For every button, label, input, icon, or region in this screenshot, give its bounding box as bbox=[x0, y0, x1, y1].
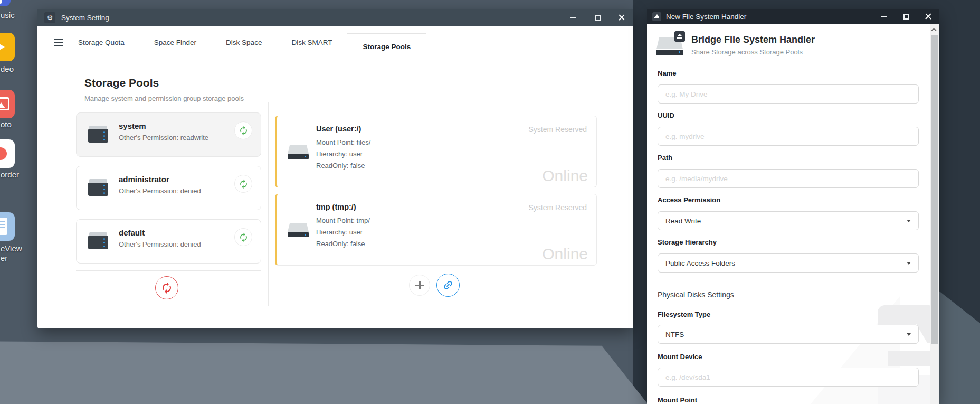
access-permission-select[interactable]: Read Write bbox=[658, 211, 919, 230]
path-input[interactable] bbox=[658, 169, 919, 188]
handler-header-title: Bridge File System Handler bbox=[691, 34, 815, 45]
recorder-app-icon[interactable] bbox=[0, 139, 15, 168]
pool-card-default[interactable]: default Other's Permission: denied bbox=[76, 219, 261, 264]
dock-label-recorder[interactable]: order bbox=[1, 170, 19, 179]
server-icon bbox=[88, 126, 108, 143]
tab-space-finder[interactable]: Space Finder bbox=[139, 39, 211, 46]
watermark-bar bbox=[888, 351, 936, 366]
tab-disk-space[interactable]: Disk Space bbox=[211, 39, 277, 46]
sync-pool-button[interactable] bbox=[234, 175, 252, 193]
handler-readonly: ReadOnly: false bbox=[316, 240, 365, 248]
add-handler-button[interactable] bbox=[409, 275, 430, 296]
refresh-pools-button[interactable] bbox=[155, 276, 178, 299]
handler-card-tmp[interactable]: tmp (tmp:/) System Reserved Mount Point:… bbox=[275, 194, 597, 266]
panel-divider bbox=[268, 102, 269, 306]
pool-name: administrator bbox=[119, 175, 169, 184]
chevron-down-icon bbox=[907, 220, 911, 222]
link-icon bbox=[442, 279, 454, 291]
refresh-icon bbox=[160, 281, 173, 294]
handler-titlebar[interactable]: New File System Handler bbox=[647, 9, 939, 24]
fileviewer-app-icon[interactable] bbox=[0, 212, 15, 241]
scroll-up-icon[interactable] bbox=[932, 27, 936, 32]
drive-icon bbox=[288, 223, 309, 237]
maximize-button[interactable] bbox=[902, 12, 910, 21]
maximize-button[interactable] bbox=[593, 13, 602, 22]
scrollbar-thumb[interactable] bbox=[931, 35, 938, 344]
server-icon bbox=[88, 232, 108, 250]
access-permission-value: Read Write bbox=[665, 217, 701, 225]
handler-header-subtitle: Share Storage across Storage Pools bbox=[691, 48, 803, 56]
storage-hierarchy-select[interactable]: Public Access Folders bbox=[658, 253, 919, 273]
link-handler-button[interactable] bbox=[436, 274, 460, 297]
gear-icon: ⚙ bbox=[44, 12, 55, 23]
dock-label-music[interactable]: usic bbox=[1, 11, 15, 20]
handler-title: User (user:/) bbox=[316, 125, 361, 133]
form-divider bbox=[658, 281, 919, 281]
tab-storage-quota[interactable]: Storage Quota bbox=[63, 39, 139, 46]
desktop: usic deo oto order eView er ⚙ System Set… bbox=[0, 0, 980, 404]
bridge-drive-icon bbox=[656, 37, 683, 55]
close-button[interactable] bbox=[924, 12, 933, 21]
tab-disk-smart[interactable]: Disk SMART bbox=[277, 39, 347, 46]
name-input[interactable] bbox=[658, 84, 919, 104]
access-permission-label: Access Permission bbox=[658, 196, 720, 204]
window-title: New File System Handler bbox=[666, 13, 746, 21]
minimize-button[interactable] bbox=[880, 12, 888, 21]
system-reserved-badge: System Reserved bbox=[529, 203, 587, 212]
drive-icon bbox=[288, 145, 309, 159]
scrollbar[interactable] bbox=[930, 24, 939, 404]
handler-card-user[interactable]: User (user:/) System Reserved Mount Poin… bbox=[275, 116, 597, 187]
handler-mount-point: Mount Point: tmp/ bbox=[316, 217, 370, 224]
plus-icon bbox=[415, 281, 424, 289]
window-title: System Setting bbox=[61, 14, 109, 22]
dock-label-video[interactable]: deo bbox=[1, 64, 14, 73]
dock-label-photo[interactable]: oto bbox=[1, 120, 12, 129]
menu-icon[interactable] bbox=[54, 39, 63, 46]
pool-name: system bbox=[119, 121, 146, 130]
pool-name: default bbox=[119, 228, 145, 237]
mount-device-input[interactable] bbox=[658, 368, 919, 387]
close-button[interactable] bbox=[617, 13, 626, 22]
photo-app-icon[interactable] bbox=[0, 90, 15, 118]
dock-label-fileviewer[interactable]: eView bbox=[1, 244, 22, 253]
handler-hierarchy: Hierarchy: user bbox=[316, 150, 363, 158]
uuid-input[interactable] bbox=[658, 127, 919, 146]
page-title: Storage Pools bbox=[84, 77, 159, 89]
uuid-label: UUID bbox=[658, 111, 674, 119]
handler-title: tmp (tmp:/) bbox=[316, 203, 356, 211]
pool-permission: Other's Permission: denied bbox=[119, 187, 201, 195]
pool-permission: Other's Permission: readwrite bbox=[119, 134, 208, 142]
tab-storage-pools[interactable]: Storage Pools bbox=[347, 33, 426, 59]
new-file-system-handler-window: New File System Handler Bridge File Syst… bbox=[647, 9, 939, 404]
chevron-down-icon bbox=[907, 262, 911, 265]
refresh-icon bbox=[239, 126, 249, 136]
path-label: Path bbox=[658, 154, 672, 162]
status-watermark: Online bbox=[542, 245, 588, 263]
system-setting-titlebar[interactable]: ⚙ System Setting bbox=[37, 9, 633, 26]
handler-readonly: ReadOnly: false bbox=[316, 162, 365, 170]
status-watermark: Online bbox=[542, 167, 588, 185]
music-app-icon[interactable] bbox=[0, 0, 11, 6]
filesystem-type-label: Filesystem Type bbox=[658, 311, 710, 318]
filesystem-type-select[interactable]: NTFS bbox=[658, 325, 919, 344]
video-app-icon[interactable] bbox=[0, 33, 15, 61]
pool-card-system[interactable]: system Other's Permission: readwrite bbox=[76, 112, 261, 157]
sync-pool-button[interactable] bbox=[234, 121, 252, 139]
storage-hierarchy-value: Public Access Folders bbox=[665, 259, 735, 267]
mount-point-label: Mount Point bbox=[658, 396, 697, 404]
pool-card-administrator[interactable]: administrator Other's Permission: denied bbox=[76, 166, 261, 210]
refresh-icon bbox=[239, 232, 249, 242]
eject-badge-icon bbox=[674, 31, 685, 42]
mount-device-label: Mount Device bbox=[658, 353, 702, 361]
refresh-icon bbox=[239, 179, 249, 189]
eject-icon bbox=[652, 12, 661, 21]
dock-label-fileviewer-2[interactable]: er bbox=[1, 253, 7, 262]
minimize-button[interactable] bbox=[569, 13, 577, 22]
sync-pool-button[interactable] bbox=[234, 228, 252, 246]
handler-hierarchy: Hierarchy: user bbox=[316, 228, 363, 236]
pool-permission: Other's Permission: denied bbox=[119, 240, 201, 248]
name-label: Name bbox=[658, 69, 676, 77]
system-setting-window: ⚙ System Setting Storage Quota Space Fin… bbox=[37, 9, 633, 328]
filesystem-type-value: NTFS bbox=[665, 331, 684, 339]
pool-list-divider bbox=[76, 270, 261, 271]
